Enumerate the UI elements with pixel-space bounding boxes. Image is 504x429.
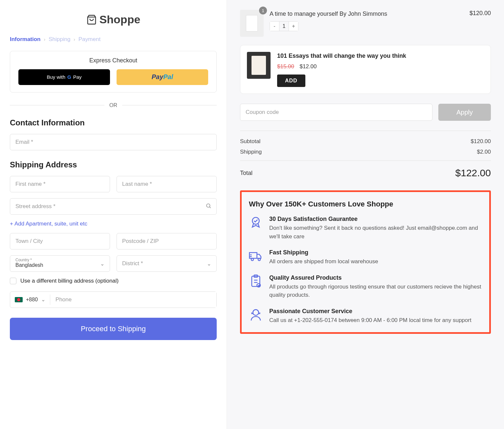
district-select[interactable]: District * ⌄ — [117, 255, 217, 272]
street-address-field[interactable] — [10, 198, 217, 215]
upsell-thumbnail — [247, 52, 271, 79]
breadcrumb: Information › Shipping › Payment — [10, 36, 217, 43]
chevron-right-icon: › — [44, 37, 46, 42]
total-label: Total — [240, 170, 252, 177]
email-field[interactable] — [10, 134, 217, 150]
trust-item-title: 30 Days Satisfaction Gaurantee — [269, 216, 482, 223]
trust-item-title: Fast Shipping — [269, 249, 378, 256]
chevron-down-icon: ⌄ — [41, 296, 45, 303]
support-icon — [249, 308, 263, 322]
trust-item-title: Passionate Customer Service — [269, 308, 471, 315]
dial-code-select[interactable]: +880 ⌄ — [10, 294, 50, 305]
qty-decrease-button[interactable]: - — [270, 22, 279, 31]
trust-item-title: Quality Assured Products — [269, 274, 482, 281]
quantity-stepper: - 1 + — [270, 21, 298, 31]
trust-title: Why Over 150K+ Customers Love Shoppe — [249, 200, 482, 208]
chevron-down-icon: ⌄ — [100, 260, 104, 267]
brand-logo: Shoppe — [86, 13, 141, 26]
plus-icon: + — [10, 221, 13, 227]
add-apartment-link[interactable]: + Add Apartment, suite, unit etc — [10, 221, 87, 227]
upsell-new-price: $12.00 — [299, 63, 317, 70]
product-price: $120.00 — [465, 10, 491, 37]
city-field[interactable] — [10, 233, 110, 249]
shipping-cost-value: $2.00 — [477, 149, 491, 155]
chevron-down-icon: ⌄ — [207, 260, 211, 267]
brand-name: Shoppe — [99, 13, 141, 26]
guarantee-icon — [249, 216, 263, 229]
proceed-button[interactable]: Proceed to Shipping — [10, 318, 217, 340]
chevron-right-icon: › — [74, 37, 75, 42]
coupon-field[interactable] — [240, 104, 432, 121]
google-logo-icon: G — [67, 74, 71, 80]
phone-field[interactable] — [50, 292, 216, 308]
paypal-button[interactable]: PayPal — [117, 69, 208, 85]
qty-increase-button[interactable]: + — [289, 22, 298, 31]
breadcrumb-information[interactable]: Information — [10, 36, 41, 43]
cart-item: 1 A time to manage yourself By John Simm… — [240, 10, 491, 37]
contact-title: Contact Information — [10, 118, 217, 127]
trust-item-text: All orders are shipped from local wareho… — [269, 257, 378, 266]
upsell-old-price: $15.00 — [277, 63, 294, 70]
first-name-field[interactable] — [10, 176, 110, 192]
country-select[interactable]: Country * Bangladesh ⌄ — [10, 255, 110, 272]
apply-coupon-button[interactable]: Apply — [438, 104, 491, 121]
total-value: $122.00 — [455, 167, 491, 179]
product-thumbnail: 1 — [240, 10, 264, 37]
express-title: Express Checkout — [18, 57, 208, 64]
shipping-title: Shipping Address — [10, 160, 217, 169]
flag-icon — [15, 297, 23, 302]
billing-checkbox-label: Use a different billing address (optiona… — [20, 278, 119, 284]
postcode-field[interactable] — [117, 233, 217, 249]
subtotal-label: Subtotal — [240, 138, 260, 145]
trust-item-text: Call us at +1-202-555-0174 between 9:00 … — [269, 316, 471, 325]
trust-item-text: Don't like something? Sent it back no qu… — [269, 224, 482, 241]
search-icon — [206, 203, 211, 210]
express-checkout: Express Checkout Buy with G Pay PayPal — [10, 51, 217, 93]
upsell-add-button[interactable]: ADD — [277, 75, 305, 87]
clipboard-icon — [249, 274, 263, 288]
product-title: A time to manage yourself By John Simmon… — [270, 10, 459, 18]
last-name-field[interactable] — [117, 176, 217, 192]
bag-icon — [86, 14, 97, 25]
upsell-card: 101 Essays that will change the way you … — [240, 45, 491, 94]
subtotal-value: $120.00 — [471, 138, 491, 145]
breadcrumb-shipping[interactable]: Shipping — [49, 36, 70, 43]
gpay-button[interactable]: Buy with G Pay — [18, 69, 110, 85]
truck-icon — [249, 249, 263, 263]
upsell-title: 101 Essays that will change the way you … — [277, 52, 484, 60]
paypal-logo: PayPal — [152, 73, 173, 81]
svg-point-0 — [207, 204, 210, 207]
svg-point-5 — [258, 258, 260, 261]
trust-badges: Why Over 150K+ Customers Love Shoppe 30 … — [240, 190, 491, 334]
breadcrumb-payment[interactable]: Payment — [78, 36, 100, 43]
qty-badge: 1 — [259, 7, 267, 14]
svg-line-1 — [209, 207, 210, 208]
trust-item-text: All products go through rigorous testing… — [269, 283, 482, 299]
billing-checkbox[interactable] — [10, 278, 16, 284]
svg-point-4 — [251, 258, 253, 261]
svg-rect-3 — [250, 253, 257, 259]
qty-value: 1 — [279, 22, 289, 31]
shipping-cost-label: Shipping — [240, 149, 262, 155]
or-divider: OR — [109, 102, 117, 108]
